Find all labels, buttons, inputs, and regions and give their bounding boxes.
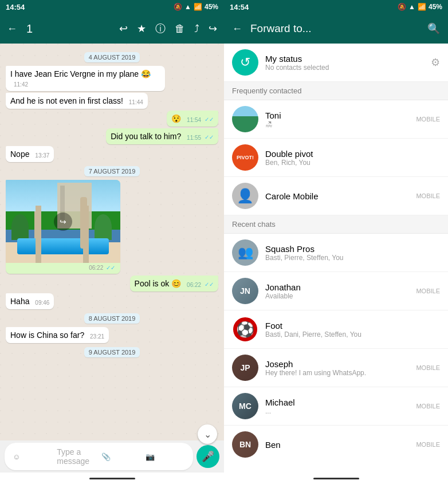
contact-avatar-foot: ⚽	[232, 316, 258, 343]
contact-info-michael: Michael ...	[265, 398, 409, 415]
forward-overlay-icon[interactable]: ↪	[54, 213, 72, 231]
contact-label: MOBILE	[416, 441, 440, 448]
contact-label: MOBILE	[416, 192, 440, 199]
contact-label: MOBILE	[416, 403, 440, 410]
contact-name: Jonathan	[265, 282, 409, 292]
image-caption: 06:22 ✓✓	[6, 263, 120, 274]
contact-name: Ben	[265, 440, 409, 450]
contact-avatar-michael: MC	[232, 393, 258, 419]
left-battery: 45%	[205, 3, 218, 11]
contact-avatar-double-pivot: PIVOT!	[232, 144, 258, 171]
chat-area[interactable]: 4 AUGUST 2019 I have Jean Eric Vergne in…	[0, 44, 224, 440]
contact-name: Double pivot	[265, 149, 433, 159]
my-status-name: My status	[265, 54, 424, 64]
contact-name: Squash Pros	[265, 244, 433, 254]
camera-icon[interactable]: 📷	[146, 452, 185, 461]
my-status-row[interactable]: ↺ My status No contacts selected ⚙	[224, 44, 448, 82]
table-row: Pool is ok 😊 06:22 ✓✓	[6, 276, 218, 292]
left-toolbar: ← 1 ↩ ★ ⓘ 🗑 ⤴ ↪	[0, 14, 224, 44]
delete-icon[interactable]: 🗑	[175, 23, 185, 34]
pillar-left	[36, 206, 41, 263]
contact-name: Toni	[265, 111, 409, 120]
contact-info-ben: Ben	[265, 440, 409, 450]
contact-info-double-pivot: Double pivot Ben, Rich, You	[265, 149, 433, 167]
star-icon[interactable]: ★	[137, 23, 146, 34]
message-bubble: Nope 13:37	[6, 146, 54, 162]
selected-count: 1	[26, 22, 110, 36]
contact-sub: Basti, Dani, Pierre, Steffen, You	[265, 330, 433, 339]
contact-info-joseph: Joseph Hey there! I am using WhatsApp.	[265, 359, 409, 377]
input-bar: ☺ Type a message 📎 📷 🎤	[0, 440, 224, 473]
list-item[interactable]: 👤 Carole Mobile MOBILE	[224, 177, 448, 215]
contact-avatar-toni	[232, 106, 258, 132]
mic-button[interactable]: 🎤	[197, 445, 219, 468]
list-item[interactable]: JN Jonathan Available MOBILE	[224, 272, 448, 310]
pillar-right	[83, 206, 89, 263]
right-status-icons: 🔕 ▲ 📶 45%	[398, 3, 442, 11]
left-wifi-icon: ▲	[184, 3, 191, 11]
attach-icon[interactable]: 📎	[101, 452, 141, 461]
table-row: How is China so far? 23:21	[6, 327, 218, 343]
right-mute-icon: 🔕	[398, 3, 406, 11]
table-row: Did you talk to him? 11:55 ✓✓	[6, 128, 218, 144]
message-input-placeholder[interactable]: Type a message	[57, 447, 96, 466]
right-search-button[interactable]: 🔍	[427, 23, 440, 34]
scroll-down-button[interactable]: ⌄	[198, 424, 217, 444]
right-time: 14:54	[230, 3, 249, 11]
right-wifi-icon: ▲	[408, 3, 415, 11]
contact-info-toni: Toni 🏖	[265, 111, 409, 128]
image-bubble[interactable]: ↪ 06:22 ✓✓	[6, 180, 120, 274]
contact-label: MOBILE	[416, 288, 440, 294]
message-bubble: I have Jean Eric Vergne in my plane 😂 11…	[6, 66, 165, 91]
right-home-indicator	[224, 473, 448, 484]
contact-avatar-joseph: JP	[232, 355, 258, 381]
share-icon[interactable]: ⤴	[194, 23, 199, 34]
my-status-avatar: ↺	[232, 49, 258, 76]
list-item[interactable]: ⚽ Foot Basti, Dani, Pierre, Steffen, You	[224, 310, 448, 349]
contact-avatar-jonathan: JN	[232, 278, 258, 304]
contact-info-jonathan: Jonathan Available	[265, 282, 409, 300]
my-status-info: My status No contacts selected	[265, 54, 424, 72]
right-status-bar: 14:54 🔕 ▲ 📶 45%	[224, 0, 448, 14]
back-button[interactable]: ←	[7, 23, 17, 34]
message-bubble: And he is not even in first class! 11:44	[6, 93, 148, 109]
info-icon[interactable]: ⓘ	[155, 23, 166, 34]
date-badge: 4 AUGUST 2019	[6, 52, 218, 62]
my-status-subtitle: No contacts selected	[265, 64, 424, 72]
contact-sub: Basti, Pierre, Steffen, You	[265, 254, 433, 262]
right-battery: 45%	[429, 3, 442, 11]
forward-title: Forward to...	[250, 22, 419, 35]
left-status-bar: 14:54 🔕 ▲ 📶 45%	[0, 0, 224, 14]
list-item[interactable]: BN Ben MOBILE	[224, 426, 448, 463]
list-item[interactable]: MC Michael ... MOBILE	[224, 387, 448, 426]
forward-icon[interactable]: ↪	[209, 23, 217, 34]
left-status-icons: 🔕 ▲ 📶 45%	[174, 3, 218, 11]
toolbar-actions: ↩ ★ ⓘ 🗑 ⤴ ↪	[119, 23, 217, 34]
contact-sub: Available	[265, 292, 409, 300]
list-item[interactable]: Toni 🏖 MOBILE	[224, 100, 448, 139]
contact-avatar-carole: 👤	[232, 183, 258, 209]
contact-label: MOBILE	[416, 364, 440, 371]
contact-info-squash: Squash Pros Basti, Pierre, Steffen, You	[265, 244, 433, 262]
message-input-container: ☺ Type a message 📎 📷	[5, 443, 193, 470]
date-badge: 9 AUGUST 2019	[6, 347, 218, 357]
reply-icon[interactable]: ↩	[119, 23, 128, 34]
contact-name: Carole Mobile	[265, 191, 409, 201]
contact-name: Michael	[265, 398, 409, 407]
right-back-button[interactable]: ←	[232, 23, 242, 34]
date-badge: 8 AUGUST 2019	[6, 313, 218, 324]
settings-gear-icon[interactable]: ⚙	[431, 56, 440, 69]
list-item[interactable]: 👥 Squash Pros Basti, Pierre, Steffen, Yo…	[224, 234, 448, 272]
list-item[interactable]: JP Joseph Hey there! I am using WhatsApp…	[224, 349, 448, 387]
status-refresh-icon: ↺	[240, 55, 250, 70]
emoji-icon[interactable]: ☺	[13, 452, 52, 461]
table-row: ↪ 06:22 ✓✓	[6, 180, 218, 274]
message-bubble: How is China so far? 23:21	[6, 327, 109, 343]
right-signal-icon: 📶	[418, 3, 426, 11]
tree-element	[11, 214, 29, 240]
list-item[interactable]: PIVOT! Double pivot Ben, Rich, You	[224, 139, 448, 177]
left-time: 14:54	[6, 3, 25, 11]
table-row: I have Jean Eric Vergne in my plane 😂 11…	[6, 66, 218, 91]
image-time: 06:22 ✓✓	[9, 264, 117, 271]
table-row: 😯 11:54 ✓✓	[6, 111, 218, 127]
